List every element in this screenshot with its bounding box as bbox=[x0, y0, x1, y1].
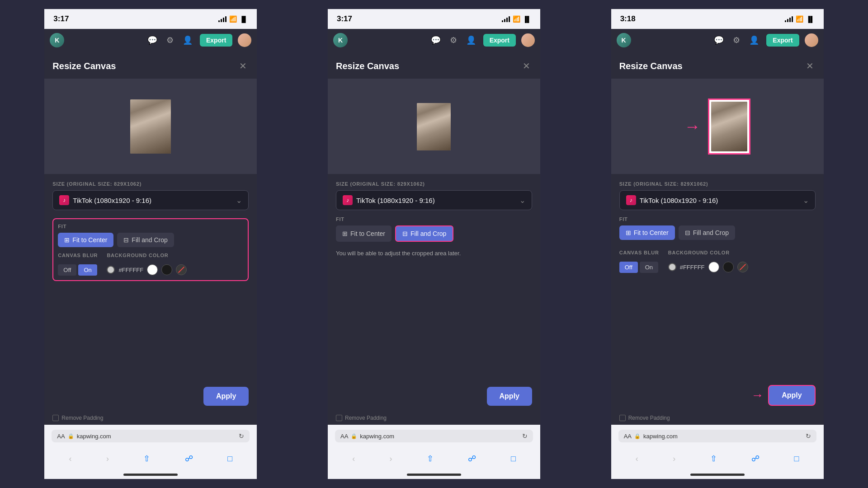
export-button-3[interactable]: Export bbox=[766, 34, 799, 47]
chat-icon-1[interactable]: 💬 bbox=[146, 33, 159, 47]
phone-panel-2: 3:17 📶 ▐▌ K 💬 ⚙ 👤 bbox=[328, 9, 540, 479]
dropdown-text-2: TikTok (488x868 - 9:16) bbox=[356, 197, 516, 204]
phones-container: 3:17 📶 ▐▌ K 💬 ⚙ 👤 bbox=[0, 0, 868, 488]
close-button-2[interactable]: ✕ bbox=[521, 59, 532, 73]
export-button-2[interactable]: Export bbox=[483, 34, 516, 47]
chevron-down-icon-3: ⌄ bbox=[803, 196, 809, 205]
home-indicator-2 bbox=[328, 470, 540, 479]
remove-padding-checkbox-3[interactable] bbox=[619, 415, 626, 421]
fill-and-crop-button-1[interactable]: ⊟ Fill and Crop bbox=[117, 233, 174, 247]
add-user-icon-1[interactable]: 👤 bbox=[181, 33, 194, 47]
color-swatch-transparent-1[interactable] bbox=[176, 264, 187, 275]
forward-button-3[interactable]: › bbox=[669, 452, 679, 465]
color-swatch-black-1[interactable] bbox=[161, 264, 172, 275]
remove-padding-2: Remove Padding bbox=[328, 411, 540, 425]
remove-padding-checkbox-2[interactable] bbox=[336, 415, 342, 421]
tabs-button-2[interactable]: □ bbox=[507, 452, 519, 465]
forward-button-2[interactable]: › bbox=[386, 452, 396, 465]
share-button-1[interactable]: ⇧ bbox=[140, 452, 154, 465]
url-bar-1[interactable]: AA 🔒 kapwing.com ↻ bbox=[52, 430, 250, 442]
tabs-button-1[interactable]: □ bbox=[224, 452, 236, 465]
share-button-2[interactable]: ⇧ bbox=[423, 452, 437, 465]
gear-icon-1[interactable]: ⚙ bbox=[165, 33, 175, 47]
size-label-1: SIZE (ORIGINAL SIZE: 829X1062) bbox=[52, 181, 249, 187]
blur-off-button-1[interactable]: Off bbox=[58, 264, 76, 276]
size-dropdown-1[interactable]: ♪ TikTok (488x868 - 9:16) ⌄ bbox=[52, 190, 249, 210]
bg-color-section-1: BACKGROUND COLOR #FFFFFF bbox=[107, 253, 187, 276]
remove-padding-1: Remove Padding bbox=[44, 411, 257, 425]
back-button-3[interactable]: ‹ bbox=[632, 452, 642, 465]
modal-body-2: SIZE (ORIGINAL SIZE: 829X1062) ♪ TikTok … bbox=[328, 174, 540, 381]
tiktok-icon-3: ♪ bbox=[626, 195, 636, 205]
canvas-bg-section-3: CANVAS BLUR Off On BACKGROUND COLOR bbox=[619, 250, 816, 273]
remove-padding-checkbox-1[interactable] bbox=[52, 415, 59, 421]
tabs-button-3[interactable]: □ bbox=[791, 452, 803, 465]
bg-color-label-1: BACKGROUND COLOR bbox=[107, 253, 187, 258]
export-button-1[interactable]: Export bbox=[200, 34, 232, 47]
refresh-icon-1[interactable]: ↻ bbox=[239, 432, 244, 440]
forward-button-1[interactable]: › bbox=[103, 452, 113, 465]
fit-section-2: FIT ⊞ Fit to Center ⊟ Fill and Crop bbox=[336, 216, 532, 242]
canvas-blur-section-1: CANVAS BLUR Off On bbox=[58, 253, 98, 276]
color-swatch-white-1[interactable] bbox=[147, 264, 158, 275]
blur-on-button-3[interactable]: On bbox=[640, 262, 658, 273]
fit-buttons-1: ⊞ Fit to Center ⊟ Fill and Crop bbox=[58, 233, 243, 247]
size-dropdown-2[interactable]: ♪ TikTok (488x868 - 9:16) ⌄ bbox=[336, 190, 532, 210]
add-user-icon-2[interactable]: 👤 bbox=[464, 33, 478, 47]
share-button-3[interactable]: ⇧ bbox=[707, 452, 721, 465]
apply-button-1[interactable]: Apply bbox=[203, 387, 249, 406]
apply-button-2[interactable]: Apply bbox=[487, 387, 532, 406]
battery-icon-2: ▐▌ bbox=[523, 16, 531, 23]
back-button-1[interactable]: ‹ bbox=[66, 452, 75, 465]
fit-center-icon-3: ⊞ bbox=[626, 229, 631, 236]
color-swatch-black-3[interactable] bbox=[723, 262, 734, 272]
fill-crop-icon-1: ⊟ bbox=[123, 236, 129, 244]
preview-area-2 bbox=[328, 79, 540, 174]
fit-to-center-button-1[interactable]: ⊞ Fit to Center bbox=[58, 233, 113, 247]
apply-row-3: → Apply bbox=[611, 380, 824, 411]
color-swatch-white-3[interactable] bbox=[708, 262, 719, 272]
url-bar-3[interactable]: AA 🔒 kapwing.com ↻ bbox=[618, 430, 816, 442]
modal-1: Resize Canvas ✕ SIZE (ORIGINAL SIZE: 829… bbox=[44, 52, 257, 425]
bookmarks-button-3[interactable]: ☍ bbox=[748, 452, 763, 465]
preview-area-3: → bbox=[611, 79, 824, 174]
color-dot-1 bbox=[107, 266, 115, 274]
chat-icon-3[interactable]: 💬 bbox=[712, 33, 726, 47]
add-user-icon-3[interactable]: 👤 bbox=[747, 33, 761, 47]
url-bar-2[interactable]: AA 🔒 kapwing.com ↻ bbox=[335, 430, 533, 442]
close-button-1[interactable]: ✕ bbox=[237, 59, 249, 73]
refresh-icon-2[interactable]: ↻ bbox=[522, 432, 528, 440]
color-hex-1: #FFFFFF bbox=[118, 267, 143, 273]
time-2: 3:17 bbox=[337, 14, 352, 23]
blur-on-button-1[interactable]: On bbox=[78, 264, 97, 276]
refresh-icon-3[interactable]: ↻ bbox=[806, 432, 811, 440]
fill-crop-icon-3: ⊟ bbox=[685, 229, 690, 236]
close-button-3[interactable]: ✕ bbox=[804, 59, 816, 73]
signal-icon-1 bbox=[218, 16, 226, 22]
bookmarks-button-2[interactable]: ☍ bbox=[464, 452, 480, 465]
dropdown-text-3: TikTok (488x868 - 9:16) bbox=[640, 197, 799, 204]
app-logo-1: K bbox=[50, 33, 64, 47]
gear-icon-2[interactable]: ⚙ bbox=[448, 33, 459, 47]
fill-and-crop-button-3[interactable]: ⊟ Fill and Crop bbox=[679, 225, 735, 240]
chat-icon-2[interactable]: 💬 bbox=[429, 33, 443, 47]
canvas-bg-section-1: CANVAS BLUR Off On BACKGROUND COLOR bbox=[58, 253, 243, 276]
home-bar-1 bbox=[123, 474, 178, 476]
bottom-bar-2: AA 🔒 kapwing.com ↻ bbox=[328, 425, 540, 447]
color-swatch-transparent-3[interactable] bbox=[737, 262, 748, 272]
blur-off-button-3[interactable]: Off bbox=[619, 262, 638, 273]
gear-icon-3[interactable]: ⚙ bbox=[731, 33, 742, 47]
bottom-bar-3: AA 🔒 kapwing.com ↻ bbox=[611, 425, 824, 447]
size-dropdown-3[interactable]: ♪ TikTok (488x868 - 9:16) ⌄ bbox=[619, 190, 816, 210]
fill-and-crop-button-2[interactable]: ⊟ Fill and Crop bbox=[395, 225, 453, 242]
bookmarks-button-1[interactable]: ☍ bbox=[181, 452, 197, 465]
pink-arrow-preview-icon: → bbox=[684, 117, 701, 136]
home-bar-2 bbox=[407, 474, 461, 476]
fit-to-center-button-2[interactable]: ⊞ Fit to Center bbox=[336, 225, 392, 242]
modal-2: Resize Canvas ✕ SIZE (ORIGINAL SIZE: 829… bbox=[328, 52, 540, 425]
back-button-2[interactable]: ‹ bbox=[349, 452, 359, 465]
pink-arrow-apply-icon: → bbox=[751, 388, 764, 403]
fit-to-center-button-3[interactable]: ⊞ Fit to Center bbox=[619, 225, 675, 240]
canvas-blur-label-3: CANVAS BLUR bbox=[619, 250, 659, 255]
apply-button-3[interactable]: Apply bbox=[768, 385, 815, 406]
